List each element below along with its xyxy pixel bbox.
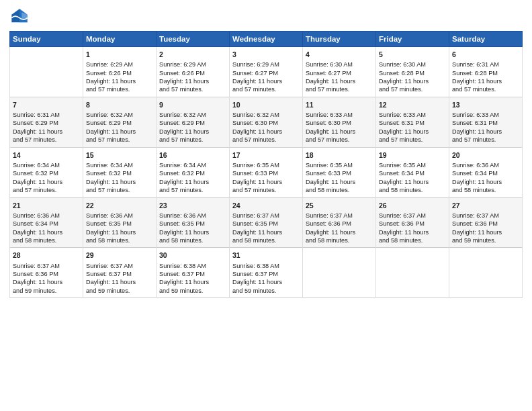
day-info-line: and 57 minutes. [306, 136, 373, 144]
calendar-cell: 4Sunrise: 6:30 AMSunset: 6:27 PMDaylight… [303, 47, 376, 97]
calendar-cell: 7Sunrise: 6:31 AMSunset: 6:29 PMDaylight… [10, 97, 83, 147]
calendar-week-row: 7Sunrise: 6:31 AMSunset: 6:29 PMDaylight… [10, 97, 523, 147]
calendar-cell: 12Sunrise: 6:33 AMSunset: 6:31 PMDayligh… [376, 97, 449, 147]
day-info-line: and 58 minutes. [452, 186, 519, 194]
day-number: 30 [159, 250, 226, 260]
logo [9, 7, 32, 27]
day-number: 12 [379, 100, 446, 109]
day-info-line: Sunset: 6:29 PM [13, 119, 80, 127]
day-info-line: and 58 minutes. [86, 236, 153, 244]
day-info-line: Sunset: 6:32 PM [13, 169, 80, 177]
day-info-line: Sunset: 6:37 PM [86, 270, 153, 278]
day-info-line: Sunset: 6:31 PM [452, 119, 519, 127]
day-info-line: Sunrise: 6:35 AM [306, 161, 373, 169]
day-info-line: Daylight: 11 hours [159, 128, 226, 136]
day-info-line: Sunset: 6:27 PM [232, 69, 300, 77]
calendar-cell: 9Sunrise: 6:32 AMSunset: 6:29 PMDaylight… [157, 97, 230, 147]
day-info-line: Daylight: 11 hours [452, 128, 519, 136]
day-info-line: Daylight: 11 hours [379, 128, 446, 136]
calendar-cell: 20Sunrise: 6:36 AMSunset: 6:34 PMDayligh… [449, 147, 523, 197]
day-info-line: Daylight: 11 hours [13, 278, 80, 286]
day-info-line: Daylight: 11 hours [306, 77, 373, 85]
day-info-line: Daylight: 11 hours [232, 128, 300, 136]
calendar-cell: 14Sunrise: 6:34 AMSunset: 6:32 PMDayligh… [10, 147, 83, 197]
day-info-line: Daylight: 11 hours [159, 77, 226, 85]
calendar-cell: 5Sunrise: 6:30 AMSunset: 6:28 PMDaylight… [376, 47, 449, 97]
day-info-line: Sunset: 6:27 PM [306, 69, 373, 77]
calendar-cell [376, 248, 449, 298]
day-info-line: and 57 minutes. [86, 136, 153, 144]
day-info-line: Sunrise: 6:32 AM [86, 111, 153, 119]
day-info-line: Sunset: 6:35 PM [159, 220, 226, 228]
day-info-line: Daylight: 11 hours [452, 178, 519, 186]
day-number: 4 [306, 50, 373, 59]
day-number: 16 [159, 150, 226, 160]
day-info-line: Sunset: 6:34 PM [13, 220, 80, 228]
day-info-line: and 58 minutes. [232, 236, 300, 244]
day-info-line: Daylight: 11 hours [379, 228, 446, 236]
calendar-week-row: 28Sunrise: 6:37 AMSunset: 6:36 PMDayligh… [10, 248, 523, 298]
day-info-line: Sunrise: 6:30 AM [306, 60, 373, 68]
day-number: 6 [452, 50, 519, 59]
day-info-line: and 57 minutes. [86, 186, 153, 194]
day-info-line: and 57 minutes. [13, 186, 80, 194]
calendar-cell: 30Sunrise: 6:38 AMSunset: 6:37 PMDayligh… [157, 248, 230, 298]
day-number: 31 [232, 250, 300, 260]
day-info-line: and 59 minutes. [159, 287, 226, 295]
calendar-cell: 11Sunrise: 6:33 AMSunset: 6:30 PMDayligh… [303, 97, 376, 147]
day-number: 18 [306, 150, 373, 160]
day-info-line: Daylight: 11 hours [13, 128, 80, 136]
day-info-line: Sunset: 6:35 PM [86, 220, 153, 228]
calendar-cell: 21Sunrise: 6:36 AMSunset: 6:34 PMDayligh… [10, 197, 83, 248]
day-info-line: Daylight: 11 hours [232, 228, 300, 236]
calendar-cell: 18Sunrise: 6:35 AMSunset: 6:33 PMDayligh… [303, 147, 376, 197]
day-info-line: Daylight: 11 hours [159, 278, 226, 286]
day-info-line: Sunrise: 6:38 AM [159, 262, 226, 270]
calendar-cell: 8Sunrise: 6:32 AMSunset: 6:29 PMDaylight… [83, 97, 157, 147]
day-info-line: and 57 minutes. [232, 186, 300, 194]
header-day: Tuesday [157, 32, 230, 47]
day-info-line: Sunrise: 6:29 AM [232, 60, 300, 68]
day-info-line: and 57 minutes. [452, 136, 519, 144]
day-info-line: Daylight: 11 hours [306, 178, 373, 186]
day-info-line: Sunrise: 6:37 AM [379, 212, 446, 220]
day-info-line: Sunset: 6:29 PM [159, 119, 226, 127]
day-number: 7 [13, 100, 80, 109]
day-number: 19 [379, 150, 446, 160]
day-info-line: and 57 minutes. [159, 136, 226, 144]
calendar-cell: 28Sunrise: 6:37 AMSunset: 6:36 PMDayligh… [10, 248, 83, 298]
day-info-line: Sunset: 6:30 PM [306, 119, 373, 127]
day-info-line: Sunrise: 6:37 AM [232, 212, 300, 220]
day-info-line: Sunrise: 6:37 AM [13, 262, 80, 270]
day-number: 11 [306, 100, 373, 109]
calendar-cell: 3Sunrise: 6:29 AMSunset: 6:27 PMDaylight… [230, 47, 303, 97]
calendar-cell [449, 248, 523, 298]
calendar-week-row: 1Sunrise: 6:29 AMSunset: 6:26 PMDaylight… [10, 47, 523, 97]
day-info-line: and 57 minutes. [232, 85, 300, 93]
day-number: 20 [452, 150, 519, 160]
day-number: 27 [452, 201, 519, 210]
calendar-body: 1Sunrise: 6:29 AMSunset: 6:26 PMDaylight… [10, 47, 523, 298]
logo-icon [9, 7, 30, 27]
day-info-line: and 57 minutes. [379, 85, 446, 93]
day-info-line: Daylight: 11 hours [13, 228, 80, 236]
day-info-line: Daylight: 11 hours [306, 128, 373, 136]
calendar-cell: 22Sunrise: 6:36 AMSunset: 6:35 PMDayligh… [83, 197, 157, 248]
day-info-line: and 57 minutes. [13, 136, 80, 144]
day-info-line: Sunset: 6:36 PM [379, 220, 446, 228]
header-day: Wednesday [230, 32, 303, 47]
day-number: 23 [159, 201, 226, 210]
day-info-line: Daylight: 11 hours [379, 77, 446, 85]
day-number: 9 [159, 100, 226, 109]
day-info-line: Sunset: 6:32 PM [159, 169, 226, 177]
day-number: 1 [86, 50, 153, 59]
header [9, 7, 523, 27]
calendar-cell: 25Sunrise: 6:37 AMSunset: 6:36 PMDayligh… [303, 197, 376, 248]
day-info-line: Sunrise: 6:34 AM [86, 161, 153, 169]
header-day: Friday [376, 32, 449, 47]
day-info-line: Daylight: 11 hours [86, 77, 153, 85]
day-info-line: Daylight: 11 hours [452, 228, 519, 236]
day-info-line: Sunset: 6:28 PM [379, 69, 446, 77]
day-info-line: Sunrise: 6:30 AM [379, 60, 446, 68]
day-info-line: Sunset: 6:31 PM [379, 119, 446, 127]
